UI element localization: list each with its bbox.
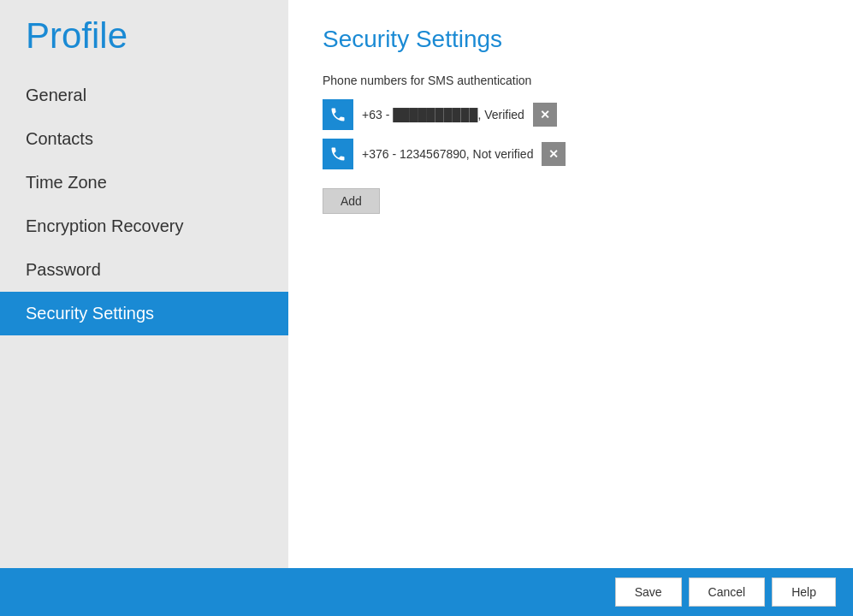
add-phone-button[interactable]: Add — [323, 188, 380, 214]
main-panel: Security Settings Phone numbers for SMS … — [288, 0, 853, 568]
sidebar: Profile General Contacts Time Zone Encry… — [0, 0, 288, 568]
phone-icon-button-2[interactable] — [323, 139, 353, 169]
page-title: Security Settings — [323, 26, 819, 53]
sidebar-item-password[interactable]: Password — [0, 248, 288, 292]
phone-number-2: +376 - 1234567890, Not verified — [362, 147, 533, 161]
footer: Save Cancel Help — [0, 568, 853, 616]
phone-entry-1: +63 - ██████████, Verified ✕ — [323, 99, 819, 130]
sidebar-item-security[interactable]: Security Settings — [0, 292, 288, 335]
remove-phone-2-button[interactable]: ✕ — [542, 142, 566, 166]
phone-icon-button-1[interactable] — [323, 99, 353, 130]
section-label: Phone numbers for SMS authentication — [323, 74, 819, 87]
phone-icon-1 — [329, 106, 347, 123]
sidebar-nav: General Contacts Time Zone Encryption Re… — [0, 74, 288, 335]
sidebar-item-encryption[interactable]: Encryption Recovery — [0, 204, 288, 248]
phone-number-1: +63 - ██████████, Verified — [362, 108, 524, 121]
sidebar-item-contacts[interactable]: Contacts — [0, 117, 288, 161]
phone-entry-2: +376 - 1234567890, Not verified ✕ — [323, 139, 819, 169]
phone-icon-2 — [329, 145, 347, 163]
remove-phone-1-button[interactable]: ✕ — [533, 103, 557, 127]
save-button[interactable]: Save — [615, 578, 682, 607]
cancel-button[interactable]: Cancel — [689, 578, 766, 607]
sidebar-title: Profile — [0, 0, 288, 74]
help-button[interactable]: Help — [772, 578, 836, 607]
sidebar-item-general[interactable]: General — [0, 74, 288, 117]
sidebar-item-timezone[interactable]: Time Zone — [0, 161, 288, 204]
main-content: Profile General Contacts Time Zone Encry… — [0, 0, 853, 568]
